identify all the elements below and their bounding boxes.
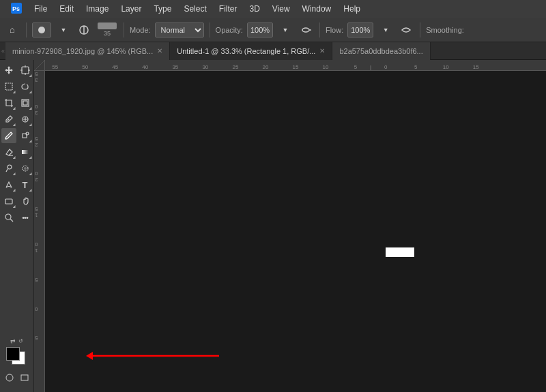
menu-help[interactable]: Help bbox=[338, 3, 366, 15]
mode-select[interactable]: Normal Dissolve Multiply Screen bbox=[155, 22, 204, 37]
color-swap-row: ⇄ ↺ bbox=[10, 337, 23, 344]
svg-point-24 bbox=[5, 214, 11, 220]
lasso-tool[interactable] bbox=[18, 79, 33, 94]
tab-minion[interactable]: minion-972908_1920.jpg @ 145% (RGB... ✕ bbox=[5, 42, 170, 60]
ruler-h-mark: 40 bbox=[142, 64, 148, 70]
flow-toggle-button[interactable] bbox=[398, 23, 414, 37]
menu-window[interactable]: Window bbox=[297, 3, 337, 15]
ruler-v-mark: 10 bbox=[35, 241, 38, 254]
menu-type[interactable]: Type bbox=[148, 3, 177, 15]
foreground-color-swatch[interactable] bbox=[6, 347, 20, 361]
ruler-v-mark: 20 bbox=[35, 170, 38, 183]
canvas-content[interactable] bbox=[45, 71, 546, 392]
svg-line-25 bbox=[10, 219, 13, 222]
ruler-h-mark: | bbox=[370, 64, 371, 70]
gradient-tool[interactable] bbox=[18, 145, 33, 160]
eyedropper-tool[interactable] bbox=[1, 112, 16, 127]
brush-toggle-button[interactable] bbox=[76, 23, 92, 37]
tab-untitled[interactable]: Untitled-1 @ 33.3% (Rectangle 1, RGB/...… bbox=[170, 42, 332, 60]
crop-tool[interactable] bbox=[1, 95, 16, 110]
tool-row-10: ••• bbox=[1, 210, 33, 225]
ruler-h-mark: 30 bbox=[202, 64, 208, 70]
flow-label: Flow: bbox=[326, 26, 343, 34]
more-tools-button[interactable]: ••• bbox=[18, 210, 33, 225]
flow-input[interactable] bbox=[347, 22, 373, 37]
ruler-h-mark: 15 bbox=[473, 64, 479, 70]
color-reset-icon[interactable]: ↺ bbox=[18, 338, 23, 344]
svg-marker-30 bbox=[86, 352, 93, 360]
brush-circle bbox=[38, 27, 45, 33]
opacity-input[interactable] bbox=[247, 22, 273, 37]
ruler-h-mark: 10 bbox=[443, 64, 449, 70]
ruler-h-mark: 45 bbox=[112, 64, 118, 70]
tab-b2a[interactable]: b2a575a0ddbdea3b0f6... bbox=[332, 42, 430, 60]
brush-options-button[interactable]: ▼ bbox=[55, 25, 72, 35]
move-tool[interactable] bbox=[1, 63, 16, 78]
menu-edit[interactable]: Edit bbox=[54, 3, 79, 15]
ruler-h-mark: 0 bbox=[384, 64, 387, 70]
ruler-left: 35 30 25 20 15 10 5 0 5 bbox=[34, 71, 45, 392]
toolbar-separator-3 bbox=[210, 22, 210, 37]
eraser-tool[interactable] bbox=[1, 145, 16, 160]
quick-mask-row bbox=[3, 372, 31, 384]
flow-options-button[interactable]: ▼ bbox=[377, 25, 394, 35]
frame-tool[interactable] bbox=[18, 95, 33, 110]
tabs-scroll-left[interactable]: « bbox=[0, 42, 5, 60]
blur-tool[interactable] bbox=[18, 161, 33, 176]
dodge-tool[interactable] bbox=[1, 161, 16, 176]
screen-mode-button[interactable] bbox=[18, 372, 31, 384]
text-tool[interactable]: T bbox=[18, 177, 33, 192]
quick-mask-button[interactable] bbox=[3, 372, 16, 384]
pen-tool[interactable] bbox=[1, 177, 16, 192]
zoom-tool[interactable] bbox=[1, 210, 16, 225]
toolbar: ⌂ ▼ 35 Mode: Normal Dissolve Multiply Sc… bbox=[0, 18, 546, 42]
opacity-options-button[interactable]: ▼ bbox=[277, 25, 293, 35]
menu-file[interactable]: File bbox=[29, 3, 53, 15]
menu-filter[interactable]: Filter bbox=[214, 3, 243, 15]
tool-row-2 bbox=[1, 79, 33, 94]
brush-size-value: 35 bbox=[104, 30, 111, 37]
hand-tool[interactable] bbox=[18, 194, 33, 209]
tabs-bar: « minion-972908_1920.jpg @ 145% (RGB... … bbox=[0, 42, 546, 60]
home-button[interactable]: ⌂ bbox=[4, 23, 20, 36]
tool-row-7 bbox=[1, 161, 33, 176]
color-area: ⇄ ↺ bbox=[0, 332, 34, 389]
healing-tool[interactable] bbox=[18, 112, 33, 127]
menu-ps[interactable]: Ps bbox=[5, 1, 27, 17]
ruler-h-mark: 10 bbox=[323, 64, 329, 70]
tab-untitled-close[interactable]: ✕ bbox=[319, 47, 325, 55]
artboard-tool[interactable] bbox=[18, 63, 33, 78]
menu-view[interactable]: View bbox=[267, 3, 296, 15]
toolbar-separator-5 bbox=[420, 22, 420, 37]
svg-text:Ps: Ps bbox=[12, 5, 20, 12]
ruler-v-mark: 0 bbox=[35, 305, 38, 312]
tool-row-1 bbox=[1, 63, 33, 78]
ruler-h-mark: 35 bbox=[172, 64, 178, 70]
tab-b2a-label: b2a575a0ddbdea3b0f6... bbox=[339, 47, 422, 55]
menu-layer[interactable]: Layer bbox=[115, 3, 147, 15]
svg-rect-23 bbox=[5, 199, 12, 204]
menu-3d[interactable]: 3D bbox=[244, 3, 265, 15]
white-rectangle bbox=[386, 247, 414, 257]
brush-tool[interactable] bbox=[1, 128, 16, 143]
shape-tool[interactable] bbox=[1, 194, 16, 209]
red-arrow-annotation bbox=[83, 339, 233, 373]
menu-image[interactable]: Image bbox=[81, 3, 114, 15]
clone-tool[interactable] bbox=[18, 128, 33, 143]
svg-point-4 bbox=[302, 28, 309, 32]
svg-rect-13 bbox=[23, 101, 27, 105]
menu-select[interactable]: Select bbox=[178, 3, 212, 15]
color-box-container bbox=[6, 347, 28, 367]
ruler-h-mark: 50 bbox=[82, 64, 88, 70]
tab-minion-close[interactable]: ✕ bbox=[157, 47, 162, 55]
svg-rect-11 bbox=[5, 83, 12, 90]
tool-row-8: T bbox=[1, 177, 33, 192]
ruler-v-mark: 15 bbox=[35, 206, 38, 218]
ruler-v-mark: 35 bbox=[35, 71, 38, 83]
svg-rect-6 bbox=[22, 67, 29, 74]
brush-preview[interactable] bbox=[32, 22, 51, 37]
airbrush-button[interactable] bbox=[298, 23, 314, 37]
ruler-top-marks: 55 50 45 40 35 30 25 20 15 10 5 | 0 5 10… bbox=[45, 60, 546, 70]
color-swap-icon[interactable]: ⇄ bbox=[10, 337, 16, 344]
marquee-tool[interactable] bbox=[1, 79, 16, 94]
